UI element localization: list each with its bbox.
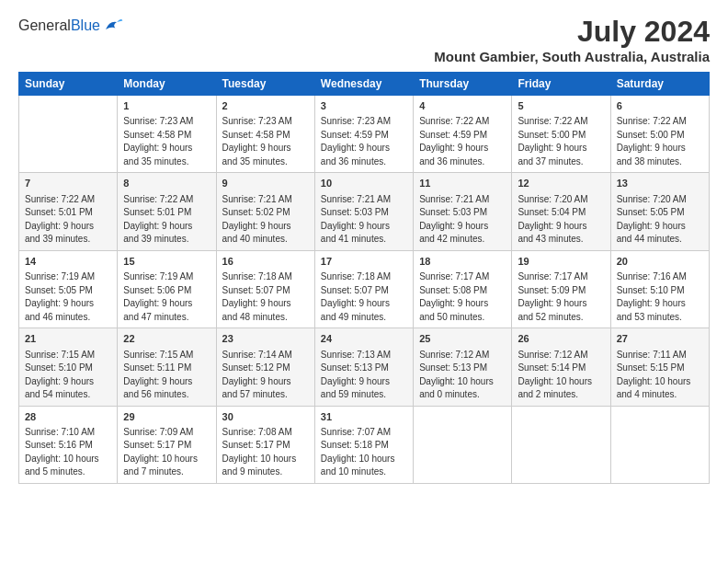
calendar-cell bbox=[512, 406, 610, 483]
day-number: 6 bbox=[617, 99, 703, 113]
calendar-cell: 8Sunrise: 7:22 AM Sunset: 5:01 PM Daylig… bbox=[118, 173, 216, 250]
day-number: 9 bbox=[222, 177, 309, 190]
day-number: 23 bbox=[222, 332, 309, 346]
calendar-cell: 20Sunrise: 7:16 AM Sunset: 5:10 PM Dayli… bbox=[610, 250, 709, 327]
day-number: 3 bbox=[321, 99, 407, 113]
calendar-cell bbox=[414, 406, 512, 483]
calendar-cell: 10Sunrise: 7:21 AM Sunset: 5:03 PM Dayli… bbox=[314, 173, 413, 250]
calendar-header-row: SundayMondayTuesdayWednesdayThursdayFrid… bbox=[19, 73, 710, 96]
day-number: 15 bbox=[123, 255, 210, 269]
day-info: Sunrise: 7:23 AM Sunset: 4:59 PM Dayligh… bbox=[321, 115, 407, 168]
day-number: 31 bbox=[321, 410, 407, 424]
day-info: Sunrise: 7:22 AM Sunset: 5:01 PM Dayligh… bbox=[123, 193, 210, 247]
logo-general-text: General bbox=[18, 17, 71, 33]
day-info: Sunrise: 7:12 AM Sunset: 5:13 PM Dayligh… bbox=[419, 349, 506, 402]
day-info: Sunrise: 7:12 AM Sunset: 5:14 PM Dayligh… bbox=[518, 349, 604, 402]
day-of-week-tuesday: Tuesday bbox=[216, 73, 314, 96]
logo-blue-text: Blue bbox=[71, 17, 100, 33]
calendar-table: SundayMondayTuesdayWednesdayThursdayFrid… bbox=[18, 72, 710, 484]
calendar-cell bbox=[610, 406, 709, 483]
day-info: Sunrise: 7:22 AM Sunset: 5:00 PM Dayligh… bbox=[617, 115, 703, 168]
day-number: 10 bbox=[321, 177, 407, 190]
day-number: 5 bbox=[518, 99, 604, 113]
calendar-week-row: 1Sunrise: 7:23 AM Sunset: 4:58 PM Daylig… bbox=[19, 96, 710, 173]
day-number: 12 bbox=[518, 177, 604, 190]
day-info: Sunrise: 7:17 AM Sunset: 5:08 PM Dayligh… bbox=[419, 270, 506, 324]
day-number: 11 bbox=[419, 177, 506, 190]
day-of-week-thursday: Thursday bbox=[414, 73, 512, 96]
calendar-week-row: 21Sunrise: 7:15 AM Sunset: 5:10 PM Dayli… bbox=[19, 328, 710, 406]
title-block: July 2024 Mount Gambier, South Australia… bbox=[434, 15, 710, 64]
day-info: Sunrise: 7:22 AM Sunset: 4:59 PM Dayligh… bbox=[419, 115, 506, 168]
calendar-cell: 16Sunrise: 7:18 AM Sunset: 5:07 PM Dayli… bbox=[216, 250, 314, 327]
day-number: 24 bbox=[321, 332, 407, 346]
day-number: 17 bbox=[321, 255, 407, 269]
day-number: 7 bbox=[25, 177, 111, 190]
day-info: Sunrise: 7:11 AM Sunset: 5:15 PM Dayligh… bbox=[617, 349, 703, 402]
calendar-cell: 24Sunrise: 7:13 AM Sunset: 5:13 PM Dayli… bbox=[314, 328, 413, 406]
calendar-cell: 18Sunrise: 7:17 AM Sunset: 5:08 PM Dayli… bbox=[414, 250, 512, 327]
calendar-week-row: 14Sunrise: 7:19 AM Sunset: 5:05 PM Dayli… bbox=[19, 250, 710, 327]
calendar-week-row: 28Sunrise: 7:10 AM Sunset: 5:16 PM Dayli… bbox=[19, 406, 710, 483]
calendar-cell: 26Sunrise: 7:12 AM Sunset: 5:14 PM Dayli… bbox=[512, 328, 610, 406]
day-number: 21 bbox=[25, 332, 111, 346]
calendar-cell: 27Sunrise: 7:11 AM Sunset: 5:15 PM Dayli… bbox=[610, 328, 709, 406]
day-number: 30 bbox=[222, 410, 309, 424]
day-info: Sunrise: 7:22 AM Sunset: 5:00 PM Dayligh… bbox=[518, 115, 604, 168]
calendar-cell: 5Sunrise: 7:22 AM Sunset: 5:00 PM Daylig… bbox=[512, 96, 610, 173]
day-info: Sunrise: 7:08 AM Sunset: 5:17 PM Dayligh… bbox=[222, 426, 309, 479]
day-number: 13 bbox=[617, 177, 703, 190]
page: GeneralBlue July 2024 Mount Gambier, Sou… bbox=[0, 0, 728, 563]
calendar-cell: 15Sunrise: 7:19 AM Sunset: 5:06 PM Dayli… bbox=[118, 250, 216, 327]
day-info: Sunrise: 7:18 AM Sunset: 5:07 PM Dayligh… bbox=[321, 270, 407, 324]
day-of-week-sunday: Sunday bbox=[19, 73, 118, 96]
calendar-cell: 28Sunrise: 7:10 AM Sunset: 5:16 PM Dayli… bbox=[19, 406, 118, 483]
day-number: 16 bbox=[222, 255, 309, 269]
day-info: Sunrise: 7:09 AM Sunset: 5:17 PM Dayligh… bbox=[123, 426, 210, 479]
calendar-cell: 11Sunrise: 7:21 AM Sunset: 5:03 PM Dayli… bbox=[414, 173, 512, 250]
calendar-cell: 23Sunrise: 7:14 AM Sunset: 5:12 PM Dayli… bbox=[216, 328, 314, 406]
main-title: July 2024 bbox=[434, 15, 710, 49]
calendar-cell: 29Sunrise: 7:09 AM Sunset: 5:17 PM Dayli… bbox=[118, 406, 216, 483]
day-info: Sunrise: 7:19 AM Sunset: 5:06 PM Dayligh… bbox=[123, 270, 210, 324]
day-info: Sunrise: 7:17 AM Sunset: 5:09 PM Dayligh… bbox=[518, 270, 604, 324]
calendar-cell bbox=[19, 96, 118, 173]
day-info: Sunrise: 7:18 AM Sunset: 5:07 PM Dayligh… bbox=[222, 270, 309, 324]
day-of-week-saturday: Saturday bbox=[610, 73, 709, 96]
day-of-week-friday: Friday bbox=[512, 73, 610, 96]
calendar-cell: 13Sunrise: 7:20 AM Sunset: 5:05 PM Dayli… bbox=[610, 173, 709, 250]
calendar-cell: 12Sunrise: 7:20 AM Sunset: 5:04 PM Dayli… bbox=[512, 173, 610, 250]
day-number: 8 bbox=[123, 177, 210, 190]
day-number: 26 bbox=[518, 332, 604, 346]
day-number: 28 bbox=[25, 410, 111, 424]
day-info: Sunrise: 7:14 AM Sunset: 5:12 PM Dayligh… bbox=[222, 349, 309, 402]
day-number: 2 bbox=[222, 99, 309, 113]
day-number: 4 bbox=[419, 99, 506, 113]
calendar-cell: 2Sunrise: 7:23 AM Sunset: 4:58 PM Daylig… bbox=[216, 96, 314, 173]
calendar-cell: 21Sunrise: 7:15 AM Sunset: 5:10 PM Dayli… bbox=[19, 328, 118, 406]
day-info: Sunrise: 7:07 AM Sunset: 5:18 PM Dayligh… bbox=[321, 426, 407, 479]
day-info: Sunrise: 7:21 AM Sunset: 5:03 PM Dayligh… bbox=[419, 193, 506, 247]
day-number: 14 bbox=[25, 255, 111, 269]
calendar-cell: 7Sunrise: 7:22 AM Sunset: 5:01 PM Daylig… bbox=[19, 173, 118, 250]
day-number: 19 bbox=[518, 255, 604, 269]
day-info: Sunrise: 7:13 AM Sunset: 5:13 PM Dayligh… bbox=[321, 349, 407, 402]
day-info: Sunrise: 7:15 AM Sunset: 5:10 PM Dayligh… bbox=[25, 349, 111, 402]
calendar-cell: 31Sunrise: 7:07 AM Sunset: 5:18 PM Dayli… bbox=[314, 406, 413, 483]
day-of-week-wednesday: Wednesday bbox=[314, 73, 413, 96]
day-info: Sunrise: 7:20 AM Sunset: 5:04 PM Dayligh… bbox=[518, 193, 604, 247]
day-of-week-monday: Monday bbox=[118, 73, 216, 96]
subtitle: Mount Gambier, South Australia, Australi… bbox=[434, 49, 710, 64]
day-number: 20 bbox=[617, 255, 703, 269]
day-number: 27 bbox=[617, 332, 703, 346]
calendar-cell: 6Sunrise: 7:22 AM Sunset: 5:00 PM Daylig… bbox=[610, 96, 709, 173]
calendar-cell: 22Sunrise: 7:15 AM Sunset: 5:11 PM Dayli… bbox=[118, 328, 216, 406]
day-number: 25 bbox=[419, 332, 506, 346]
day-number: 18 bbox=[419, 255, 506, 269]
calendar-cell: 30Sunrise: 7:08 AM Sunset: 5:17 PM Dayli… bbox=[216, 406, 314, 483]
logo-bird-icon bbox=[102, 15, 124, 37]
logo: GeneralBlue bbox=[18, 15, 124, 37]
day-info: Sunrise: 7:16 AM Sunset: 5:10 PM Dayligh… bbox=[617, 270, 703, 324]
day-info: Sunrise: 7:21 AM Sunset: 5:03 PM Dayligh… bbox=[321, 193, 407, 247]
calendar-cell: 9Sunrise: 7:21 AM Sunset: 5:02 PM Daylig… bbox=[216, 173, 314, 250]
